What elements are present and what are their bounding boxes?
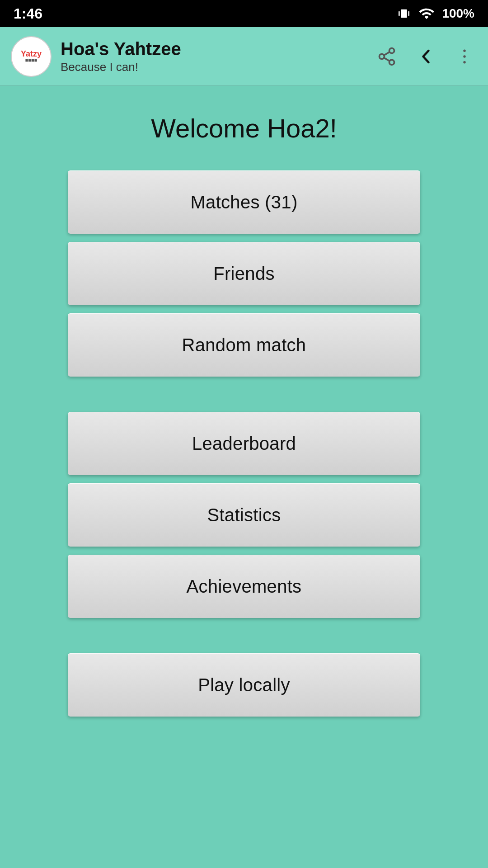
app-bar-actions	[374, 44, 477, 69]
battery-text: 100%	[442, 6, 474, 21]
achievements-button[interactable]: Achievements	[68, 555, 420, 618]
local-buttons-group: Play locally	[68, 653, 420, 725]
svg-rect-2	[408, 11, 410, 16]
leaderboard-button[interactable]: Leaderboard	[68, 412, 420, 475]
primary-buttons-group: Matches (31) Friends Random match	[68, 170, 420, 385]
status-bar: 1:46 100%	[0, 0, 488, 27]
friends-button[interactable]: Friends	[68, 242, 420, 305]
statistics-button[interactable]: Statistics	[68, 483, 420, 547]
app-title: Hoa's Yahtzee	[61, 39, 374, 59]
status-time: 1:46	[14, 5, 42, 22]
svg-point-10	[463, 61, 466, 64]
app-title-block: Hoa's Yahtzee Because I can!	[61, 39, 374, 74]
main-content: Welcome Hoa2! Matches (31) Friends Rando…	[0, 86, 488, 868]
play-locally-button[interactable]: Play locally	[68, 653, 420, 717]
svg-rect-1	[399, 11, 400, 16]
app-bar: Yatzy ■■■■ Hoa's Yahtzee Because I can!	[0, 27, 488, 86]
logo-sub-text: ■■■■	[21, 58, 42, 63]
share-button[interactable]	[374, 44, 399, 69]
welcome-heading: Welcome Hoa2!	[151, 113, 337, 143]
svg-line-6	[384, 57, 389, 61]
vibrate-icon	[397, 6, 411, 21]
svg-rect-0	[401, 9, 407, 18]
secondary-buttons-group: Leaderboard Statistics Achievements	[68, 412, 420, 626]
status-icons: 100%	[397, 5, 474, 22]
app-subtitle: Because I can!	[61, 60, 374, 74]
svg-point-8	[463, 49, 466, 52]
random-match-button[interactable]: Random match	[68, 313, 420, 377]
back-button[interactable]	[413, 44, 438, 69]
wifi-icon	[418, 5, 435, 22]
matches-button[interactable]: Matches (31)	[68, 170, 420, 234]
svg-line-7	[384, 52, 389, 55]
app-logo: Yatzy ■■■■	[11, 36, 52, 77]
logo-yatzy-text: Yatzy	[21, 50, 42, 58]
svg-point-9	[463, 55, 466, 58]
more-options-button[interactable]	[452, 44, 477, 69]
